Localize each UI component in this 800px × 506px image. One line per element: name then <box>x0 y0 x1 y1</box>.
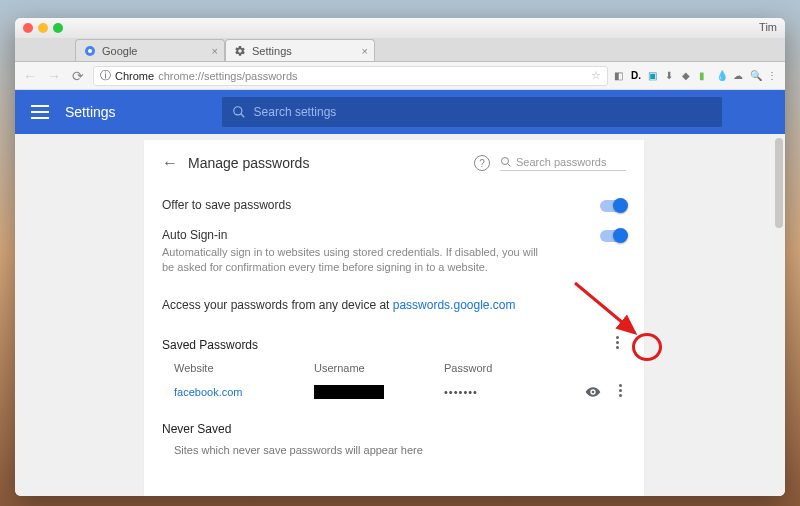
passwords-google-link[interactable]: passwords.google.com <box>393 298 516 312</box>
tab-google[interactable]: Google × <box>75 39 225 61</box>
tab-settings[interactable]: Settings × <box>225 39 375 61</box>
saved-passwords-menu-button[interactable] <box>608 334 626 352</box>
url-scheme-chip: Chrome <box>115 70 154 82</box>
password-row: facebook.com ••••••• <box>162 384 626 400</box>
profile-name[interactable]: Tim <box>759 21 777 33</box>
never-saved-empty-text: Sites which never save passwords will ap… <box>162 444 626 456</box>
passwords-table-header: Website Username Password <box>162 362 626 374</box>
nav-reload-button[interactable]: ⟳ <box>69 67 87 85</box>
scrollbar-thumb[interactable] <box>775 138 783 228</box>
url-path: chrome://settings/passwords <box>158 70 297 82</box>
auto-signin-toggle[interactable] <box>600 230 626 242</box>
traffic-lights <box>23 23 63 33</box>
chrome-menu-icon[interactable]: ⋮ <box>767 70 779 82</box>
passwords-search-input[interactable] <box>516 156 626 168</box>
setting-label: Auto Sign-in <box>162 228 542 242</box>
passwords-search[interactable] <box>500 156 626 171</box>
tab-label: Settings <box>252 45 292 57</box>
toolbar: ← → ⟳ ⓘ Chrome chrome://settings/passwor… <box>15 62 785 90</box>
extension-icons: ◧ D. ▣ ⬇ ◆ ▮ 💧 ☁ 🔍 ⋮ <box>614 70 779 82</box>
offer-to-save-toggle[interactable] <box>600 200 626 212</box>
tab-label: Google <box>102 45 137 57</box>
svg-point-1 <box>88 49 92 53</box>
settings-search[interactable] <box>222 97 722 127</box>
ext-icon[interactable]: 🔍 <box>750 70 762 82</box>
nav-back-button[interactable]: ← <box>21 67 39 85</box>
search-icon <box>500 156 512 168</box>
offer-to-save-row: Offer to save passwords <box>162 190 626 220</box>
ext-icon[interactable]: ⬇ <box>665 70 677 82</box>
setting-description: Automatically sign in to websites using … <box>162 245 542 276</box>
ext-icon[interactable]: ▣ <box>648 70 660 82</box>
vertical-scrollbar[interactable] <box>773 134 785 496</box>
saved-passwords-heading: Saved Passwords <box>162 338 626 352</box>
ext-icon[interactable]: ◆ <box>682 70 694 82</box>
google-favicon-icon <box>84 45 96 57</box>
svg-line-5 <box>508 163 511 166</box>
page-title: Manage passwords <box>188 155 309 171</box>
col-password: Password <box>444 362 564 374</box>
app-title: Settings <box>65 104 116 120</box>
address-bar[interactable]: ⓘ Chrome chrome://settings/passwords ☆ <box>93 66 608 86</box>
settings-header: Settings <box>15 90 785 134</box>
window-titlebar: Tim <box>15 18 785 38</box>
minimize-window-button[interactable] <box>38 23 48 33</box>
browser-window: Tim Google × Settings × ← → ⟳ ⓘ Chrome c… <box>15 18 785 496</box>
col-website: Website <box>174 362 314 374</box>
gear-icon <box>234 45 246 57</box>
access-text: Access your passwords from any device at <box>162 298 393 312</box>
ext-icon[interactable]: ▮ <box>699 70 711 82</box>
never-saved-heading: Never Saved <box>162 422 626 436</box>
nav-forward-button[interactable]: → <box>45 67 63 85</box>
settings-search-input[interactable] <box>254 105 712 119</box>
bookmark-star-icon[interactable]: ☆ <box>591 69 601 82</box>
info-icon: ⓘ <box>100 68 111 83</box>
close-tab-icon[interactable]: × <box>212 45 218 57</box>
svg-point-4 <box>502 157 509 164</box>
content-area: ← Manage passwords ? Offer to save passw… <box>15 134 785 496</box>
search-icon <box>232 105 246 119</box>
site-link[interactable]: facebook.com <box>174 386 314 398</box>
ext-icon[interactable]: ◧ <box>614 70 626 82</box>
passwords-card: ← Manage passwords ? Offer to save passw… <box>144 140 644 496</box>
maximize-window-button[interactable] <box>53 23 63 33</box>
svg-point-2 <box>233 107 241 115</box>
col-username: Username <box>314 362 444 374</box>
password-row-menu-button[interactable] <box>619 384 622 400</box>
help-icon[interactable]: ? <box>474 155 490 171</box>
tab-strip: Google × Settings × <box>15 38 785 62</box>
section-label: Saved Passwords <box>162 338 258 352</box>
ext-icon[interactable]: 💧 <box>716 70 728 82</box>
close-window-button[interactable] <box>23 23 33 33</box>
back-arrow-icon[interactable]: ← <box>162 154 178 172</box>
password-masked: ••••••• <box>444 386 564 398</box>
ext-icon[interactable]: ☁ <box>733 70 745 82</box>
access-passwords-row: Access your passwords from any device at… <box>162 284 626 320</box>
close-tab-icon[interactable]: × <box>362 45 368 57</box>
svg-line-3 <box>240 114 244 118</box>
auto-signin-row: Auto Sign-in Automatically sign in to we… <box>162 220 626 284</box>
hamburger-menu-icon[interactable] <box>31 105 49 119</box>
setting-label: Offer to save passwords <box>162 198 291 212</box>
ext-icon[interactable]: D. <box>631 70 643 82</box>
reveal-password-icon[interactable] <box>585 384 601 400</box>
username-redacted <box>314 385 384 399</box>
